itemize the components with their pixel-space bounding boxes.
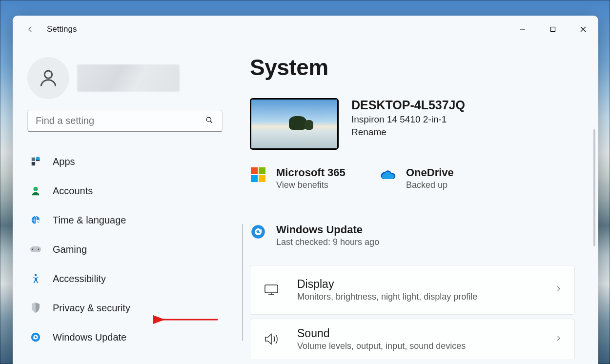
microsoft-logo-icon	[250, 166, 266, 183]
maximize-button[interactable]	[538, 16, 568, 42]
sidebar-item-label: Time & language	[53, 215, 126, 226]
svg-point-11	[33, 187, 38, 191]
close-button[interactable]	[568, 16, 598, 42]
avatar	[27, 57, 69, 99]
sidebar: Apps Accounts Time & language	[13, 42, 232, 364]
row-sound[interactable]: Sound Volume levels, output, input, soun…	[250, 319, 575, 359]
tile-windows-update[interactable]: Windows Update Last checked: 9 hours ago	[250, 221, 575, 250]
sidebar-nav: Apps Accounts Time & language	[27, 147, 232, 352]
sidebar-item-label: Privacy & security	[53, 303, 130, 314]
sidebar-item-label: Windows Update	[53, 332, 126, 343]
update-icon	[250, 223, 266, 240]
update-icon	[29, 331, 42, 344]
tile-title: Microsoft 365	[276, 166, 346, 179]
row-title: Sound	[297, 327, 466, 340]
svg-rect-14	[30, 246, 41, 252]
display-icon	[263, 282, 280, 298]
globe-clock-icon	[29, 214, 42, 226]
back-button[interactable]	[24, 23, 36, 35]
tile-title: Windows Update	[276, 223, 379, 236]
row-subtitle: Monitors, brightness, night light, displ…	[297, 292, 477, 302]
sidebar-item-label: Accounts	[53, 185, 93, 197]
desktop-thumbnail[interactable]	[250, 98, 339, 150]
svg-rect-19	[251, 167, 258, 174]
content-scrollbar[interactable]	[593, 129, 595, 246]
svg-rect-24	[265, 285, 278, 293]
svg-rect-7	[32, 158, 35, 161]
svg-rect-22	[259, 175, 265, 182]
tile-subtitle: View benefits	[276, 180, 346, 190]
svg-rect-20	[259, 167, 265, 174]
svg-point-15	[32, 249, 34, 250]
sound-icon	[263, 331, 280, 347]
tile-subtitle: Last checked: 9 hours ago	[276, 237, 379, 247]
svg-point-5	[206, 117, 211, 121]
svg-rect-1	[551, 27, 555, 31]
page-heading: System	[250, 54, 575, 81]
tile-subtitle: Backed up	[406, 180, 454, 190]
svg-rect-21	[251, 175, 258, 182]
svg-point-16	[38, 249, 40, 250]
tile-microsoft-365[interactable]: Microsoft 365 View benefits	[250, 163, 352, 193]
svg-point-10	[36, 157, 40, 160]
accounts-icon	[29, 184, 42, 197]
profile-name-redacted	[77, 64, 180, 92]
chevron-right-icon	[555, 335, 562, 344]
shield-icon	[29, 302, 42, 314]
tile-title: OneDrive	[406, 166, 454, 179]
tile-onedrive[interactable]: OneDrive Backed up	[380, 163, 482, 193]
settings-rows: Display Monitors, brightness, night ligh…	[250, 265, 575, 359]
search-input[interactable]	[27, 110, 223, 132]
row-title: Display	[297, 278, 477, 291]
minimize-button[interactable]	[508, 16, 538, 42]
device-model: Inspiron 14 5410 2-in-1	[351, 114, 465, 125]
settings-window: Settings	[13, 16, 598, 364]
svg-point-18	[31, 333, 40, 342]
row-subtitle: Volume levels, output, input, sound devi…	[297, 341, 466, 351]
sidebar-item-gaming[interactable]: Gaming	[27, 235, 232, 264]
accessibility-icon	[29, 272, 42, 285]
gamepad-icon	[29, 243, 42, 256]
chevron-right-icon	[555, 285, 562, 294]
main-content: System DESKTOP-4L537JQ Inspiron 14 5410 …	[232, 42, 598, 364]
apps-icon	[29, 155, 42, 168]
device-name: DESKTOP-4L537JQ	[351, 98, 465, 112]
sidebar-item-privacy-security[interactable]: Privacy & security	[27, 293, 232, 323]
app-title: Settings	[47, 24, 77, 34]
svg-point-4	[44, 71, 52, 78]
titlebar: Settings	[13, 16, 598, 42]
svg-rect-9	[32, 162, 35, 165]
svg-point-23	[251, 225, 265, 239]
rename-link[interactable]: Rename	[351, 127, 465, 138]
sidebar-item-accounts[interactable]: Accounts	[27, 176, 232, 205]
status-tiles: Microsoft 365 View benefits OneDrive Bac…	[250, 163, 575, 250]
search-icon	[205, 116, 214, 126]
onedrive-icon	[380, 166, 396, 183]
row-display[interactable]: Display Monitors, brightness, night ligh…	[250, 265, 575, 315]
svg-line-6	[210, 121, 212, 123]
sidebar-item-label: Gaming	[53, 244, 87, 255]
device-block: DESKTOP-4L537JQ Inspiron 14 5410 2-in-1 …	[250, 98, 575, 150]
sidebar-item-apps[interactable]: Apps	[27, 147, 232, 176]
sidebar-item-windows-update[interactable]: Windows Update	[27, 323, 232, 352]
search-box[interactable]	[27, 110, 223, 132]
sidebar-item-accessibility[interactable]: Accessibility	[27, 264, 232, 293]
svg-point-17	[35, 274, 37, 276]
profile-header[interactable]	[27, 57, 232, 99]
sidebar-item-label: Apps	[53, 156, 75, 167]
sidebar-item-time-language[interactable]: Time & language	[27, 205, 232, 235]
sidebar-item-label: Accessibility	[53, 273, 106, 284]
